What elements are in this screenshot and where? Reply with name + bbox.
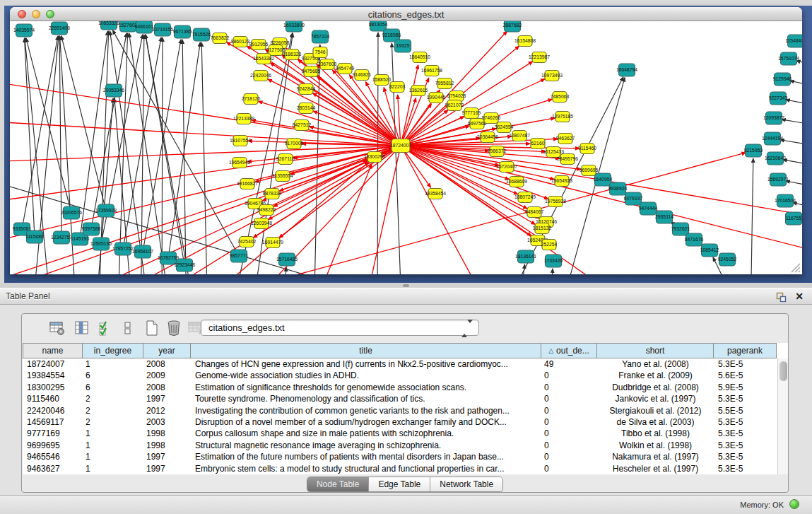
graph-node[interactable]: 2887682 [503,21,522,32]
cell-out-de-[interactable]: 0 [541,451,597,462]
graph-node[interactable]: 2803144 [297,103,316,114]
graph-node[interactable]: 9227343 [769,92,788,105]
graph-node[interactable]: 7425402 [237,237,257,247]
cell-pagerank[interactable]: 5.3E-5 [714,440,777,451]
splitter-handle-icon[interactable] [403,284,409,287]
cell-in-degree[interactable]: 1 [83,358,143,370]
graph-node[interactable]: 1065412 [700,244,719,257]
graph-node[interactable]: 16154808 [514,36,536,47]
graph-node[interactable]: 7857224 [311,30,330,43]
graph-node[interactable]: 1990445 [427,93,446,103]
graph-node[interactable]: 12505135 [90,238,112,250]
cell-title[interactable]: Investigating the contribution of common… [191,405,541,416]
cell-title[interactable]: Embryonic stem cells: a model to study s… [191,463,541,474]
graph-node[interactable]: 8427512 [293,120,312,131]
table-row[interactable]: 969969511998Structural magnetic resonanc… [23,440,777,451]
cell-year[interactable]: 2009 [143,370,191,381]
cell-out-de-[interactable]: 49 [541,358,597,370]
cell-year[interactable]: 1997 [143,451,191,462]
cell-in-degree[interactable]: 1 [83,440,143,451]
graph-node[interactable]: 8860123 [231,37,250,47]
cell-pagerank[interactable]: 5.3E-5 [714,393,777,404]
cell-title[interactable]: Corpus callosum shape and size in male p… [191,428,541,439]
graph-node[interactable]: 15751074 [778,52,799,65]
cell-out-de-[interactable]: 0 [541,463,597,474]
graph-node[interactable]: 10653328 [98,21,119,30]
graph-node[interactable]: 9746266 [482,113,501,124]
cell-out-de-[interactable]: 0 [541,416,597,428]
table-row[interactable]: 911546021997Tourette syndrome. Phenomeno… [23,393,777,404]
select-checkboxes-button[interactable] [97,319,114,337]
graph-node[interactable]: 8215953 [744,144,763,157]
graph-node[interactable]: 16210643 [765,152,786,165]
float-panel-icon[interactable] [776,292,787,303]
graph-hub-node[interactable]: 18724007 [390,139,411,153]
graph-node[interactable]: 7663822 [211,33,230,44]
graph-node[interactable]: 12975185 [552,112,573,122]
graph-node[interactable]: 9463627 [556,134,575,144]
cell-in-degree[interactable]: 1 [83,451,143,462]
table-row[interactable]: 946362711997Embryonic stem cells: a mode… [23,463,777,474]
graph-node[interactable]: 9245052 [718,253,737,266]
graph-node[interactable]: 15692971 [767,173,789,186]
graph-node[interactable]: 19756928 [545,197,566,207]
cell-title[interactable]: Genome-wide association studies in ADHD. [191,370,541,381]
cell-title[interactable]: Structural magnetic resonance image aver… [191,440,541,451]
cell-title[interactable]: Disruption of a novel member of a sodium… [191,416,541,428]
graph-node[interactable]: 7986372 [488,146,507,157]
graph-node[interactable]: 8475685 [302,66,321,77]
table-row[interactable]: 1872400712008Changes of HCN gene express… [23,358,777,370]
cell-name[interactable]: 19384554 [23,370,83,381]
cell-name[interactable]: 9463627 [23,463,83,474]
graph-node[interactable]: 12923448 [174,259,195,271]
cell-pagerank[interactable]: 5.5E-5 [714,405,777,416]
graph-node[interactable]: 9498222 [257,205,276,216]
column-header-title[interactable]: title [191,343,541,358]
cell-out-de-[interactable]: 0 [541,393,597,404]
graph-node[interactable]: 9115460 [578,144,596,154]
graph-node[interactable]: 9474444 [639,202,658,215]
cell-year[interactable]: 1998 [143,440,191,451]
scrollbar-thumb[interactable] [779,361,787,381]
graph-node[interactable]: 12444194 [762,132,783,145]
graph-node[interactable]: 8471676 [685,233,704,246]
graph-node[interactable]: 17359928 [95,204,117,217]
graph-node[interactable]: 3624554 [495,122,514,133]
cell-name[interactable]: 14569117 [23,416,83,428]
graph-node[interactable]: 17016504 [775,194,796,207]
graph-node[interactable]: 20053346 [103,84,124,97]
graph-node[interactable]: 9397588 [82,223,101,235]
delete-button[interactable] [165,319,182,337]
graph-node[interactable]: 9466161 [135,21,154,33]
graph-node[interactable]: 8186328 [283,49,302,60]
cell-in-degree[interactable]: 2 [83,405,143,416]
cell-out-de-[interactable]: 0 [541,382,597,393]
cell-name[interactable]: 22420046 [23,405,83,416]
graph-node[interactable]: 2935114 [655,211,673,223]
cell-name[interactable]: 18724007 [23,358,83,370]
cell-pagerank[interactable]: 5.6E-5 [714,370,777,381]
cell-short[interactable]: Jankovic et al. (1997) [597,393,714,404]
graph-node[interactable]: 9129946 [773,73,792,86]
table-row[interactable]: 1938455462009Genome-wide association stu… [23,370,777,381]
cell-title[interactable]: Changes of HCN gene expression and I(f) … [191,358,541,370]
cell-short[interactable]: Wolkin et al. (1998) [597,440,714,451]
graph-node[interactable]: 8912955 [249,40,269,50]
cell-pagerank[interactable]: 5.3E-5 [714,463,777,474]
network-window-titlebar[interactable]: citations_edges.txt [10,7,802,21]
graph-node[interactable]: 16648794 [616,64,637,76]
rows-toggle-button[interactable] [119,319,136,337]
graph-node[interactable]: 20206576 [61,206,82,219]
cell-short[interactable]: Nakamura et al. (1997) [597,451,714,462]
table-body[interactable]: 1872400712008Changes of HCN gene express… [23,358,777,474]
column-header-out-de-[interactable]: △out_de... [541,343,597,358]
graph-node[interactable]: 62160 [531,139,545,149]
graph-node[interactable]: 6479197 [624,192,643,205]
cell-year[interactable]: 2008 [143,382,191,393]
column-header-short[interactable]: short [597,343,714,358]
cell-short[interactable]: Hescheler et al. (1997) [597,463,714,474]
graph-node[interactable]: 19325 [395,40,411,52]
graph-node[interactable]: 7546 [313,47,327,58]
vertical-scrollbar[interactable] [777,358,789,474]
graph-node[interactable]: 12213987 [529,52,550,63]
